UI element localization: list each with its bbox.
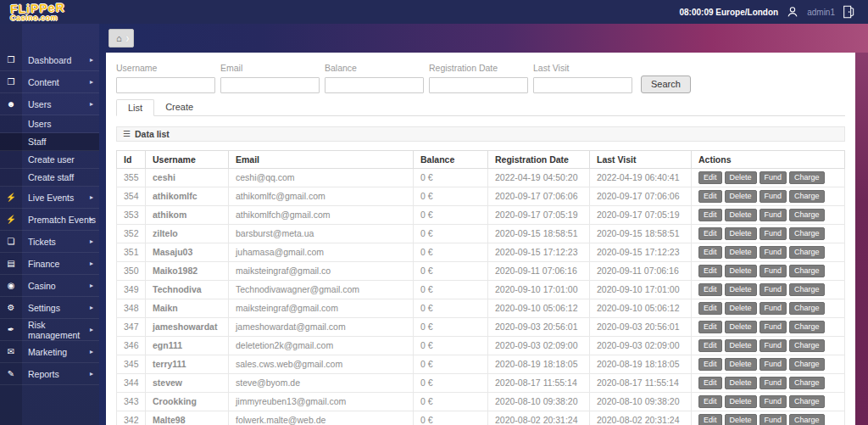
delete-button[interactable]: Delete (725, 209, 757, 221)
fund-button[interactable]: Fund (760, 190, 787, 203)
delete-button[interactable]: Delete (725, 283, 757, 296)
edit-button[interactable]: Edit (698, 358, 722, 371)
chevron-right-icon: ▸ (90, 370, 93, 377)
fund-button[interactable]: Fund (760, 395, 787, 408)
cell-balance: 0 € (414, 187, 488, 205)
charge-button[interactable]: Charge (789, 171, 825, 184)
admin-username[interactable]: admin1 (807, 8, 835, 17)
charge-button[interactable]: Charge (789, 209, 825, 221)
logo[interactable]: FLiPPeR Casino.com (0, 2, 99, 22)
charge-button[interactable]: Charge (789, 227, 825, 240)
sidebar-item-prematch-events[interactable]: ⚡Prematch Events▸ (0, 209, 99, 231)
tab-create[interactable]: Create (154, 99, 204, 115)
delete-button[interactable]: Delete (725, 227, 757, 240)
edit-button[interactable]: Edit (698, 246, 722, 259)
edit-button[interactable]: Edit (698, 377, 722, 389)
sidebar-item-content[interactable]: ❐Content▸ (0, 71, 99, 93)
fund-button[interactable]: Fund (760, 358, 787, 371)
sidebar-item-dashboard[interactable]: ❐Dashboard▸ (0, 49, 99, 71)
sidebar-item-users[interactable]: ☻Users▸ (0, 93, 99, 115)
fund-button[interactable]: Fund (760, 414, 787, 425)
filter-input-username[interactable] (116, 77, 215, 93)
charge-button[interactable]: Charge (789, 358, 825, 371)
fund-button[interactable]: Fund (760, 321, 787, 333)
charge-button[interactable]: Charge (789, 246, 825, 259)
fund-button[interactable]: Fund (760, 171, 787, 184)
filter-input-email[interactable] (220, 77, 320, 93)
chevron-right-icon: ▸ (90, 326, 93, 333)
charge-button[interactable]: Charge (789, 302, 825, 315)
sidebar-item-marketing[interactable]: ✉Marketing▸ (0, 341, 99, 363)
sidebar-item-live-events[interactable]: ⚡Live Events▸ (0, 187, 99, 209)
charge-button[interactable]: Charge (789, 339, 825, 352)
chevron-right-icon: ▸ (90, 215, 93, 223)
tab-list[interactable]: List (116, 99, 154, 116)
delete-button[interactable]: Delete (725, 358, 757, 371)
edit-button[interactable]: Edit (698, 302, 722, 315)
charge-button[interactable]: Charge (789, 377, 825, 389)
fund-button[interactable]: Fund (760, 227, 787, 240)
delete-button[interactable]: Delete (725, 190, 757, 203)
data-list-header: ☰ Data list (116, 126, 845, 142)
edit-button[interactable]: Edit (698, 190, 722, 203)
table-row: 348Maiknmaiksteingraf@gmail.com0 €2020-0… (117, 299, 845, 317)
charge-button[interactable]: Charge (789, 414, 825, 425)
edit-button[interactable]: Edit (698, 339, 722, 352)
sidebar-item-finance[interactable]: ▤Finance▸ (0, 253, 99, 275)
cell-actions: EditDeleteFundCharge (692, 317, 845, 336)
cell-actions: EditDeleteFundCharge (692, 205, 845, 224)
fund-button[interactable]: Fund (760, 377, 787, 389)
charge-button[interactable]: Charge (789, 190, 825, 203)
edit-button[interactable]: Edit (698, 283, 722, 296)
delete-button[interactable]: Delete (725, 339, 757, 352)
edit-button[interactable]: Edit (698, 414, 722, 425)
fund-button[interactable]: Fund (760, 209, 787, 221)
delete-button[interactable]: Delete (725, 414, 757, 425)
breadcrumb-home-button[interactable]: ⌂ › (108, 29, 134, 48)
delete-button[interactable]: Delete (725, 171, 757, 184)
fund-button[interactable]: Fund (760, 246, 787, 259)
fund-button[interactable]: Fund (760, 283, 787, 296)
charge-button[interactable]: Charge (789, 395, 825, 408)
charge-button[interactable]: Charge (789, 283, 825, 296)
sidebar-item-tickets[interactable]: ❏Tickets▸ (0, 231, 99, 253)
edit-button[interactable]: Edit (698, 395, 722, 408)
charge-button[interactable]: Charge (789, 321, 825, 333)
filter-input-balance[interactable] (325, 77, 424, 93)
cell-balance: 0 € (414, 224, 488, 243)
delete-button[interactable]: Delete (725, 302, 757, 315)
sidebar-item-casino[interactable]: ◉Casino▸ (0, 275, 99, 297)
logout-icon[interactable] (843, 5, 854, 19)
cell-username: jameshowardat (146, 317, 229, 336)
banknote-icon: ▤ (0, 259, 22, 268)
cell-balance: 0 € (414, 392, 488, 411)
delete-button[interactable]: Delete (725, 246, 757, 259)
edit-button[interactable]: Edit (698, 265, 722, 277)
delete-button[interactable]: Delete (725, 321, 757, 333)
sidebar-item-reports[interactable]: ✎Reports▸ (0, 363, 99, 385)
sidebar-item-users[interactable]: Users (0, 115, 99, 133)
sidebar-item-create-staff[interactable]: Create staff (0, 169, 99, 187)
edit-button[interactable]: Edit (698, 321, 722, 333)
delete-button[interactable]: Delete (725, 395, 757, 408)
cell-email: barsburst@meta.ua (229, 224, 414, 243)
fund-button[interactable]: Fund (760, 302, 787, 315)
sidebar-item-create-user[interactable]: Create user (0, 151, 99, 169)
fund-button[interactable]: Fund (760, 265, 787, 277)
sidebar-item-staff[interactable]: Staff (0, 133, 99, 151)
filter-input-last-visit[interactable] (533, 77, 632, 93)
fund-button[interactable]: Fund (760, 339, 787, 352)
charge-button[interactable]: Charge (789, 265, 825, 277)
sidebar-item-settings[interactable]: ⚙Settings▸ (0, 297, 99, 319)
delete-button[interactable]: Delete (725, 265, 757, 277)
clock-timezone: 08:00:09 Europe/London (680, 8, 779, 17)
filter-input-registration-date[interactable] (429, 77, 528, 93)
sidebar-item-risk-management[interactable]: ✒Risk management▸ (0, 319, 99, 341)
delete-button[interactable]: Delete (725, 377, 757, 389)
edit-button[interactable]: Edit (698, 227, 722, 240)
cell-balance: 0 € (414, 280, 488, 299)
cell-registration_date: 2020-09-10 17:01:00 (488, 280, 590, 299)
edit-button[interactable]: Edit (698, 209, 722, 221)
edit-button[interactable]: Edit (698, 171, 722, 184)
search-button[interactable]: Search (641, 75, 691, 93)
